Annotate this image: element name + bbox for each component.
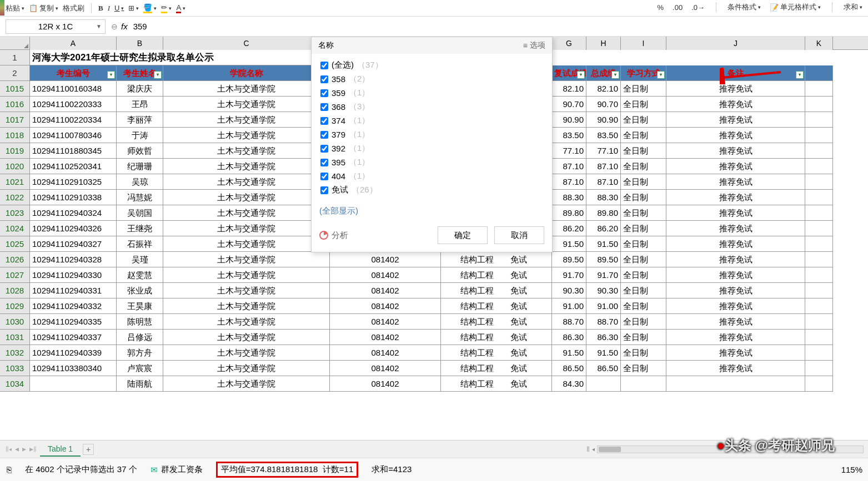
payroll-button[interactable]: ✉群发工资条 (150, 464, 203, 475)
data-cell[interactable]: 081402 (330, 267, 441, 283)
highlight-button[interactable]: ✏▾ (161, 3, 172, 13)
data-cell[interactable] (30, 376, 117, 392)
data-cell[interactable]: 土木与交通学院 (163, 112, 330, 128)
chevron-down-icon[interactable]: ▼ (96, 23, 102, 29)
row-header[interactable]: 1022 (0, 190, 30, 205)
data-cell[interactable]: 84.30 (552, 376, 586, 392)
column-header-cell[interactable]: 总成绩▾ (586, 65, 621, 81)
data-cell[interactable]: 89.80 (552, 205, 586, 221)
data-cell[interactable]: 102941102910325 (30, 174, 117, 190)
data-cell[interactable]: 陈明慧 (117, 314, 163, 330)
data-cell[interactable]: 88.30 (586, 190, 621, 205)
data-cell[interactable]: 83.50 (552, 128, 586, 143)
filter-analyze-button[interactable]: 分析 (319, 230, 348, 241)
data-cell[interactable]: 全日制 (621, 221, 666, 236)
data-cell[interactable]: 102941102940324 (30, 205, 117, 221)
data-cell[interactable]: 王昊康 (117, 298, 163, 314)
col-header[interactable]: C (163, 37, 330, 50)
data-cell[interactable]: 结构工程免试 (441, 267, 552, 283)
data-cell[interactable]: 89.50 (586, 252, 621, 267)
data-cell[interactable]: 冯慧妮 (117, 190, 163, 205)
font-color-button[interactable]: A▾ (176, 3, 185, 13)
filter-item[interactable]: 374（1） (320, 114, 543, 128)
data-cell[interactable]: 102941102940339 (30, 345, 117, 361)
row-header[interactable]: 1025 (0, 236, 30, 252)
filter-icon[interactable]: ▾ (577, 71, 585, 79)
data-cell[interactable]: 全日制 (621, 252, 666, 267)
data-cell[interactable]: 83.50 (586, 128, 621, 143)
tab-nav[interactable]: ⦀◂◂▸▸⦀ (4, 444, 38, 454)
status-mode-icon[interactable]: ⎘ (7, 465, 12, 474)
data-cell[interactable]: 86.30 (586, 330, 621, 345)
row-header[interactable]: 1017 (0, 112, 30, 128)
data-cell[interactable]: 吴瑾 (117, 252, 163, 267)
col-header[interactable]: K (805, 37, 833, 50)
data-cell[interactable]: 89.80 (586, 205, 621, 221)
filter-checkbox[interactable] (320, 145, 328, 153)
data-cell[interactable] (805, 314, 833, 330)
data-cell[interactable]: 赵雯慧 (117, 267, 163, 283)
data-cell[interactable]: 结构工程免试 (441, 330, 552, 345)
row-header[interactable]: 1021 (0, 174, 30, 190)
data-cell[interactable] (805, 298, 833, 314)
data-cell[interactable]: 王昂 (117, 97, 163, 112)
data-cell[interactable]: 全日制 (621, 81, 666, 97)
data-cell[interactable]: 推荐免试 (666, 143, 805, 159)
data-cell[interactable]: 推荐免试 (666, 112, 805, 128)
copy-button[interactable]: 📋复制▾ (29, 3, 58, 13)
data-cell[interactable]: 土木与交通学院 (163, 345, 330, 361)
data-cell[interactable]: 102941100220334 (30, 112, 117, 128)
data-cell[interactable]: 土木与交通学院 (163, 330, 330, 345)
data-cell[interactable]: 102941102940331 (30, 283, 117, 298)
row-header[interactable]: 1018 (0, 128, 30, 143)
data-cell[interactable]: 全日制 (621, 190, 666, 205)
data-cell[interactable]: 90.70 (586, 97, 621, 112)
select-all-corner[interactable] (0, 37, 30, 50)
data-cell[interactable]: 90.90 (552, 112, 586, 128)
data-cell[interactable]: 王继尧 (117, 221, 163, 236)
data-cell[interactable] (805, 361, 833, 376)
row-header[interactable]: 1032 (0, 345, 30, 361)
data-cell[interactable]: 081402 (330, 361, 441, 376)
row-header[interactable]: 1015 (0, 81, 30, 97)
data-cell[interactable]: 全日制 (621, 298, 666, 314)
data-cell[interactable]: 91.50 (552, 345, 586, 361)
data-cell[interactable]: 推荐免试 (666, 205, 805, 221)
data-cell[interactable]: 全日制 (621, 174, 666, 190)
data-cell[interactable]: 全日制 (621, 205, 666, 221)
data-cell[interactable]: 推荐免试 (666, 345, 805, 361)
data-cell[interactable]: 86.50 (586, 361, 621, 376)
col-header[interactable]: J (666, 37, 805, 50)
data-cell[interactable]: 全日制 (621, 128, 666, 143)
filter-options-button[interactable]: ≡ 选项 (523, 40, 545, 50)
filter-icon[interactable]: ▾ (154, 71, 162, 79)
filter-item[interactable]: 358（2） (320, 72, 543, 86)
fill-color-button[interactable]: 🪣▾ (143, 3, 157, 13)
data-cell[interactable]: 90.30 (552, 283, 586, 298)
data-cell[interactable]: 081402 (330, 298, 441, 314)
data-cell[interactable] (805, 376, 833, 392)
data-cell[interactable]: 102941102910338 (30, 190, 117, 205)
data-cell[interactable]: 081402 (330, 252, 441, 267)
percent-button[interactable]: % (658, 3, 664, 12)
row-header[interactable]: 1028 (0, 283, 30, 298)
data-cell[interactable]: 87.10 (586, 159, 621, 174)
data-cell[interactable]: 推荐免试 (666, 221, 805, 236)
data-cell[interactable]: 土木与交通学院 (163, 361, 330, 376)
data-cell[interactable]: 88.70 (552, 314, 586, 330)
data-cell[interactable] (586, 376, 621, 392)
title-cell[interactable]: 河海大学2021年硕士研究生拟录取名单公示 (30, 50, 330, 65)
border-button[interactable]: ⊞▾ (128, 4, 139, 12)
data-cell[interactable] (805, 330, 833, 345)
data-cell[interactable]: 全日制 (621, 330, 666, 345)
sheet-tab-active[interactable]: Table 1 (40, 442, 81, 457)
data-cell[interactable]: 推荐免试 (666, 283, 805, 298)
data-cell[interactable]: 91.00 (586, 298, 621, 314)
data-cell[interactable]: 土木与交通学院 (163, 376, 330, 392)
data-cell[interactable]: 86.20 (552, 221, 586, 236)
add-sheet-button[interactable]: + (83, 444, 94, 455)
filter-item[interactable]: 359（1） (320, 86, 543, 100)
data-cell[interactable]: 结构工程免试 (441, 345, 552, 361)
col-header[interactable]: G (552, 37, 586, 50)
data-cell[interactable]: 结构工程免试 (441, 314, 552, 330)
